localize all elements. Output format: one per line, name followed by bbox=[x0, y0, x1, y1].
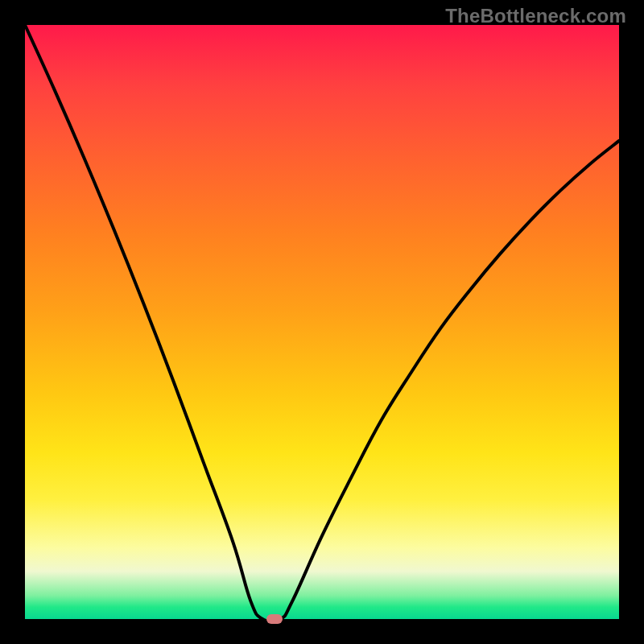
chart-frame: TheBottleneck.com bbox=[0, 0, 644, 644]
watermark-text: TheBottleneck.com bbox=[445, 5, 626, 27]
plot-gradient-background bbox=[25, 25, 619, 619]
optimal-point-marker bbox=[266, 614, 283, 624]
